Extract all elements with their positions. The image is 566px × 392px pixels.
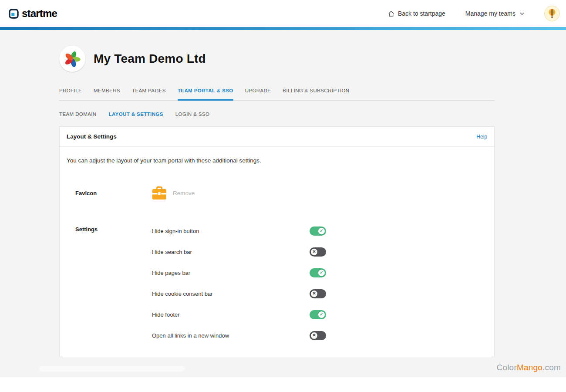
tab-billing-subscription[interactable]: BILLING & SUBSCRIPTION <box>283 85 349 101</box>
settings-label: Settings <box>75 226 152 340</box>
chevron-down-icon <box>520 12 524 15</box>
top-header: startme Back to startpage Manage my team… <box>0 0 566 27</box>
settings-row: Settings Hide sign-in button✓Hide search… <box>67 226 487 340</box>
favicon-row: Favicon Remove <box>67 190 487 200</box>
team-tabs: PROFILEMEMBERSTEAM PAGESTEAM PORTAL & SS… <box>59 85 495 101</box>
check-icon: ✓ <box>318 227 325 235</box>
subtab-layout-settings[interactable]: LAYOUT & SETTINGS <box>109 112 163 117</box>
manage-teams-label: Manage my teams <box>465 10 515 17</box>
colormango-watermark: ColorMango.com <box>497 363 561 372</box>
back-link-label: Back to startpage <box>398 10 445 17</box>
toggle-hide-sign-in-button-on[interactable]: ✓ <box>310 226 326 236</box>
watermark-prefix: Color <box>497 363 517 372</box>
startme-logo-icon <box>9 9 19 19</box>
page-title: My Team Demo Ltd <box>94 52 206 66</box>
portal-subtabs: TEAM DOMAINLAYOUT & SETTINGSLOGIN & SSO <box>59 112 495 117</box>
watermark-bar <box>39 366 185 372</box>
card-title: Layout & Settings <box>67 133 117 140</box>
favicon-remove-link[interactable]: Remove <box>173 190 195 196</box>
tab-team-portal-sso[interactable]: TEAM PORTAL & SSO <box>178 85 233 101</box>
setting-row-open-all-links-in-a-new-window: Open all links in a new window✕ <box>152 331 487 340</box>
tab-profile[interactable]: PROFILE <box>59 85 82 101</box>
toggle-list: Hide sign-in button✓Hide search bar✕Hide… <box>152 226 487 340</box>
watermark-suffix: .com <box>542 363 561 372</box>
watermark-accent: Mango <box>517 363 542 372</box>
toggle-hide-footer-on[interactable]: ✓ <box>310 310 326 319</box>
startme-logo-text: startme <box>22 7 57 20</box>
setting-label: Hide pages bar <box>152 270 310 276</box>
balloon-avatar-icon <box>547 8 557 19</box>
setting-label: Hide footer <box>152 311 310 318</box>
x-icon: ✕ <box>310 248 318 256</box>
home-icon <box>388 10 394 17</box>
subtab-team-domain[interactable]: TEAM DOMAIN <box>59 112 97 117</box>
toggle-hide-pages-bar-on[interactable]: ✓ <box>310 268 326 277</box>
team-header: My Team Demo Ltd <box>59 30 495 72</box>
manage-my-teams-dropdown[interactable]: Manage my teams <box>465 10 524 17</box>
check-icon: ✓ <box>318 269 325 277</box>
x-icon: ✕ <box>310 290 318 297</box>
setting-label: Hide search bar <box>152 249 310 255</box>
setting-row-hide-sign-in-button: Hide sign-in button✓ <box>152 226 487 236</box>
tab-members[interactable]: MEMBERS <box>94 85 120 101</box>
footer-space <box>0 377 566 392</box>
check-icon: ✓ <box>318 311 325 318</box>
toggle-hide-cookie-consent-bar-off[interactable]: ✕ <box>310 289 326 298</box>
help-link[interactable]: Help <box>476 134 487 140</box>
user-avatar[interactable] <box>544 6 560 21</box>
toggle-open-all-links-in-a-new-window-off[interactable]: ✕ <box>310 331 326 340</box>
back-to-startpage-link[interactable]: Back to startpage <box>388 10 445 17</box>
tab-upgrade[interactable]: UPGRADE <box>245 85 271 101</box>
header-accent-bar <box>0 27 566 30</box>
favicon-label: Favicon <box>75 190 152 200</box>
team-avatar <box>59 46 85 72</box>
topbar-right: Back to startpage Manage my teams <box>388 6 560 21</box>
settings-description: You can adjust the layout of your team p… <box>67 157 487 164</box>
setting-label: Hide sign-in button <box>152 228 310 234</box>
tab-team-pages[interactable]: TEAM PAGES <box>132 85 166 101</box>
x-icon: ✕ <box>310 332 318 339</box>
main-content: My Team Demo Ltd PROFILEMEMBERSTEAM PAGE… <box>0 30 566 377</box>
layout-settings-card: Layout & Settings Help You can adjust th… <box>59 126 495 357</box>
setting-row-hide-search-bar: Hide search bar✕ <box>152 247 487 257</box>
setting-row-hide-pages-bar: Hide pages bar✓ <box>152 268 487 277</box>
setting-row-hide-cookie-consent-bar: Hide cookie consent bar✕ <box>152 289 487 298</box>
subtab-login-sso[interactable]: LOGIN & SSO <box>175 112 210 117</box>
setting-label: Open all links in a new window <box>152 332 310 339</box>
card-header: Layout & Settings Help <box>60 127 494 147</box>
card-body: You can adjust the layout of your team p… <box>60 147 494 357</box>
toggle-hide-search-bar-off[interactable]: ✕ <box>310 247 326 257</box>
pinwheel-logo-icon <box>63 49 82 68</box>
favicon-preview-icon <box>152 186 167 200</box>
setting-label: Hide cookie consent bar <box>152 291 310 297</box>
setting-row-hide-footer: Hide footer✓ <box>152 310 487 319</box>
startme-logo[interactable]: startme <box>9 7 57 20</box>
